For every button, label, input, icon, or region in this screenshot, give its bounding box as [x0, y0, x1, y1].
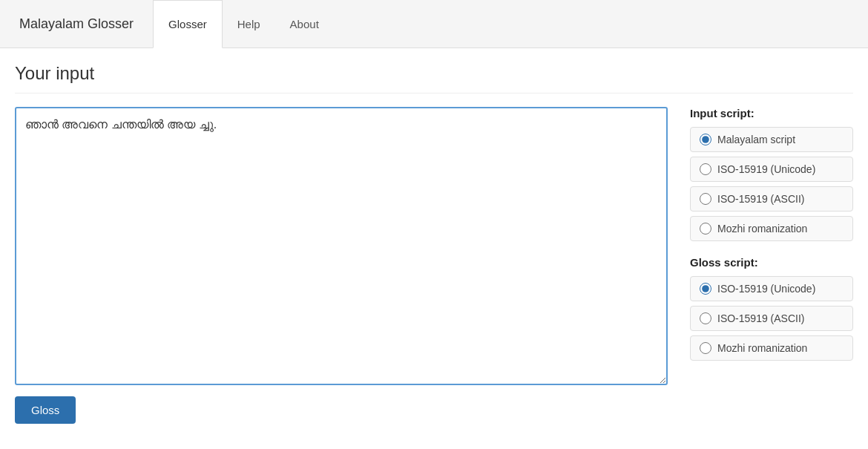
gloss-script-radio-1[interactable] — [700, 312, 711, 324]
input-script-option-3[interactable]: Mozhi romanization — [690, 216, 853, 241]
gloss-script-option-label-2: Mozhi romanization — [717, 342, 807, 354]
nav-link-glosser[interactable]: Glosser — [153, 0, 223, 48]
page-title: Your input — [15, 63, 853, 94]
gloss-script-option-label-1: ISO-15919 (ASCII) — [717, 312, 805, 324]
nav-link-help[interactable]: Help — [223, 0, 275, 47]
input-script-radio-2[interactable] — [700, 193, 711, 205]
nav-link-about[interactable]: About — [275, 0, 334, 47]
navbar-brand: Malayalam Glosser — [7, 0, 145, 47]
gloss-script-option-2[interactable]: Mozhi romanization — [690, 335, 853, 361]
gloss-script-option-0[interactable]: ISO-15919 (Unicode) — [690, 276, 853, 301]
gloss-btn-row: Gloss — [15, 396, 668, 424]
gloss-script-option-label-0: ISO-15919 (Unicode) — [717, 283, 815, 295]
main-content: Your input Gloss Input script: Malayalam… — [0, 48, 868, 439]
input-script-radio-3[interactable] — [700, 223, 711, 235]
gloss-script-option-1[interactable]: ISO-15919 (ASCII) — [690, 306, 853, 331]
gloss-script-radio-0[interactable] — [700, 283, 711, 295]
input-script-option-0[interactable]: Malayalam script — [690, 127, 853, 152]
gloss-script-label: Gloss script: — [690, 256, 853, 269]
gloss-script-radio-2[interactable] — [700, 342, 711, 354]
nav-item-glosser: Glosser — [153, 0, 223, 47]
input-script-radio-1[interactable] — [700, 163, 711, 175]
navbar-nav: Glosser Help About — [153, 0, 334, 47]
input-script-section: Input script: Malayalam script ISO-15919… — [690, 107, 853, 241]
main-textarea[interactable] — [15, 107, 668, 385]
nav-item-help: Help — [223, 0, 275, 47]
right-panel: Input script: Malayalam script ISO-15919… — [690, 107, 853, 376]
gloss-script-section: Gloss script: ISO-15919 (Unicode) ISO-15… — [690, 256, 853, 361]
nav-item-about: About — [275, 0, 334, 47]
input-script-radio-0[interactable] — [700, 134, 711, 145]
input-script-option-label-1: ISO-15919 (Unicode) — [717, 163, 815, 175]
input-script-option-label-3: Mozhi romanization — [717, 223, 807, 235]
navbar: Malayalam Glosser Glosser Help About — [0, 0, 868, 48]
input-script-option-label-0: Malayalam script — [717, 134, 795, 145]
input-area: Gloss Input script: Malayalam script ISO… — [15, 107, 853, 424]
input-script-option-2[interactable]: ISO-15919 (ASCII) — [690, 186, 853, 212]
input-script-option-1[interactable]: ISO-15919 (Unicode) — [690, 157, 853, 182]
input-script-label: Input script: — [690, 107, 853, 119]
gloss-button[interactable]: Gloss — [15, 396, 76, 424]
text-input-container: Gloss — [15, 107, 668, 424]
input-script-option-label-2: ISO-15919 (ASCII) — [717, 193, 805, 205]
